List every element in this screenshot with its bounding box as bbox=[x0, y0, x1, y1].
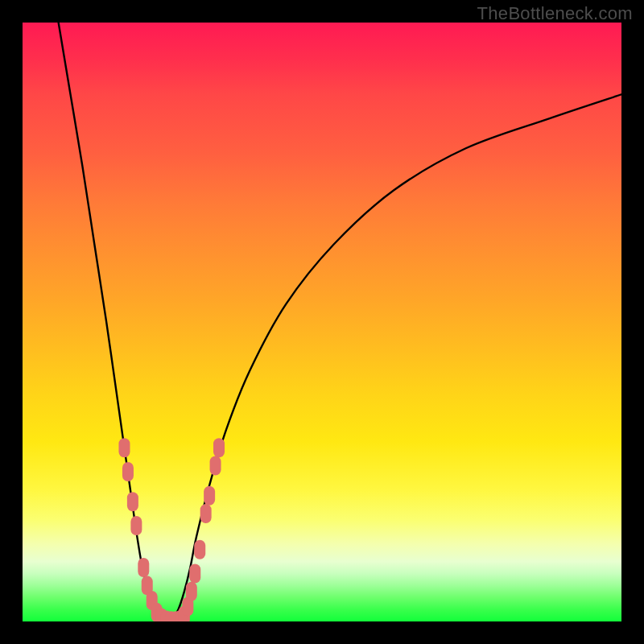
left-arm-bead bbox=[118, 438, 130, 457]
bead-group bbox=[118, 438, 225, 621]
left-arm-bead bbox=[127, 492, 138, 511]
plot-area bbox=[23, 23, 621, 621]
right-arm-bead bbox=[186, 582, 197, 601]
left-arm-bead bbox=[122, 462, 134, 481]
curves-layer bbox=[23, 23, 621, 621]
curve-left-curve bbox=[59, 23, 167, 621]
left-arm-bead bbox=[138, 558, 149, 577]
chart-frame: TheBottleneck.com bbox=[0, 0, 644, 644]
right-arm-bead bbox=[204, 486, 215, 506]
right-arm-bead bbox=[194, 540, 205, 559]
right-arm-bead bbox=[200, 504, 212, 523]
right-arm-bead bbox=[210, 456, 221, 476]
right-arm-bead bbox=[213, 438, 225, 457]
left-arm-bead bbox=[130, 516, 142, 535]
curve-right-curve bbox=[167, 94, 621, 621]
curve-group bbox=[59, 23, 621, 621]
watermark-text: TheBottleneck.com bbox=[477, 3, 633, 24]
right-arm-bead bbox=[189, 564, 200, 583]
